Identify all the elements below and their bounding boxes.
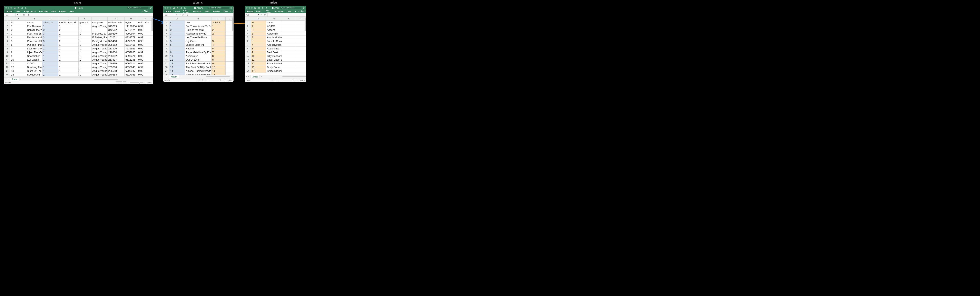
cell[interactable]: 0.99	[137, 35, 153, 39]
view-switcher[interactable]	[269, 79, 279, 82]
cell[interactable]: id	[251, 21, 266, 24]
cell[interactable]: 0.99	[137, 43, 153, 47]
cell[interactable]: 5	[169, 39, 185, 43]
cell[interactable]: 3	[10, 32, 26, 35]
add-sheet-button[interactable]: +	[260, 76, 263, 78]
cell[interactable]: 13	[251, 65, 266, 69]
cell[interactable]: milliseconds	[107, 21, 124, 24]
cell[interactable]: 2	[251, 28, 266, 32]
cell[interactable]: 1	[42, 65, 59, 69]
cell[interactable]: 5510424	[124, 28, 137, 32]
row-header[interactable]: 5	[245, 35, 251, 39]
cell[interactable]: name	[266, 21, 282, 24]
cell[interactable]: 1	[58, 43, 79, 47]
search-input[interactable]: Search Sheet	[127, 7, 148, 9]
cell[interactable]: 1	[42, 24, 59, 28]
cell[interactable]	[282, 39, 296, 43]
cell[interactable]: 343719	[107, 24, 124, 28]
scrollbar-vertical[interactable]	[231, 17, 234, 75]
row-header[interactable]: 4	[164, 32, 169, 35]
cell[interactable]: 203102	[107, 54, 124, 58]
cell[interactable]: 11	[212, 69, 226, 73]
cell[interactable]: Alanis Morissette	[266, 35, 282, 39]
cell[interactable]	[282, 62, 296, 65]
cell[interactable]: 12	[169, 62, 185, 65]
name-box[interactable]: E7	[4, 13, 16, 16]
cell[interactable]: 1	[251, 24, 266, 28]
sheet-tab[interactable]: Album	[169, 75, 179, 78]
cell[interactable]	[282, 69, 296, 73]
cell[interactable]: 8	[212, 58, 226, 62]
cell[interactable]: 13	[169, 65, 185, 69]
cell[interactable]: 7	[251, 43, 266, 47]
cell[interactable]: 205688	[107, 69, 124, 73]
cell[interactable]: Night Of The Long Knives	[26, 69, 42, 73]
cell[interactable]: 7636561	[124, 47, 137, 50]
column-header[interactable]: F	[91, 17, 107, 21]
cell[interactable]: Audioslave	[266, 47, 282, 50]
cell[interactable]: Out Of Exile	[185, 58, 212, 62]
ribbon-tab-data[interactable]: Data	[50, 10, 57, 13]
cell[interactable]: 1	[58, 69, 79, 73]
cell[interactable]: Aerosmith	[266, 32, 282, 35]
traffic-lights[interactable]	[5, 7, 12, 9]
ribbon-tab-insert[interactable]: Insert	[173, 10, 181, 13]
row-header[interactable]: 7	[245, 43, 251, 47]
cell[interactable]: Angus Young	[91, 50, 107, 54]
cell[interactable]: 2	[58, 32, 79, 35]
sheet-nav-prev-icon[interactable]	[5, 78, 7, 80]
cell[interactable]	[282, 65, 296, 69]
cell[interactable]: media_type_id	[58, 21, 79, 24]
cell[interactable]: 14	[251, 69, 266, 73]
cell[interactable]: 5	[212, 47, 226, 50]
column-header[interactable]: B	[185, 17, 212, 21]
cell[interactable]: 1	[10, 24, 26, 28]
cell[interactable]: 205662	[107, 43, 124, 47]
cell[interactable]: Body Count	[266, 65, 282, 69]
ribbon-tab-formulas[interactable]: Formulas	[38, 10, 49, 13]
cell[interactable]: 11	[212, 73, 226, 75]
formula-input[interactable]: 1	[27, 14, 153, 16]
cell[interactable]: 6	[169, 43, 185, 47]
row-header[interactable]: 10	[4, 54, 10, 58]
ribbon-tab-page-layout[interactable]: Page Layout	[182, 10, 191, 13]
select-all-corner[interactable]	[4, 17, 10, 21]
cell[interactable]: album_id	[42, 21, 59, 24]
row-header[interactable]: 10	[245, 54, 251, 58]
fx-label[interactable]: fx	[182, 14, 185, 16]
column-header[interactable]: A	[251, 17, 266, 21]
cell[interactable]: 5	[251, 39, 266, 43]
cell[interactable]: 4	[212, 43, 226, 47]
cell[interactable]: 8	[10, 50, 26, 54]
cell[interactable]: BackBeat Soundtrack	[185, 62, 212, 65]
cell[interactable]: 8	[251, 47, 266, 50]
cell[interactable]: 10	[212, 65, 226, 69]
cell[interactable]: 1	[58, 54, 79, 58]
cell[interactable]: 1	[42, 47, 59, 50]
cell[interactable]: 1	[42, 73, 59, 77]
cell[interactable]: 233926	[107, 47, 124, 50]
cell[interactable]: 1	[58, 62, 79, 65]
cell[interactable]: 15	[169, 73, 185, 75]
scrollbar-horizontal[interactable]	[282, 76, 306, 78]
view-switcher[interactable]	[196, 79, 206, 82]
cell[interactable]: 0.99	[137, 28, 153, 32]
cell[interactable]: 1	[58, 24, 79, 28]
select-all-corner[interactable]	[245, 17, 251, 21]
cell[interactable]: Alcohol Fueled Brewtality	[185, 73, 212, 75]
save-icon[interactable]	[254, 7, 256, 9]
cell[interactable]: 2	[58, 35, 79, 39]
name-box[interactable]: G5	[245, 13, 256, 16]
fx-label[interactable]: fx	[263, 14, 266, 16]
add-sheet-button[interactable]: +	[179, 76, 183, 78]
row-header[interactable]: 2	[4, 24, 10, 28]
row-header[interactable]: 12	[245, 62, 251, 65]
column-header[interactable]: A	[10, 17, 26, 21]
cell[interactable]: 9	[10, 54, 26, 58]
cell[interactable]: Big Ones	[185, 39, 212, 43]
cancel-icon[interactable]	[176, 14, 178, 16]
row-header[interactable]: 1	[4, 21, 10, 24]
cell[interactable]: Spellbound	[26, 73, 42, 77]
column-header[interactable]: G	[107, 17, 124, 21]
column-header[interactable]: C	[42, 17, 59, 21]
